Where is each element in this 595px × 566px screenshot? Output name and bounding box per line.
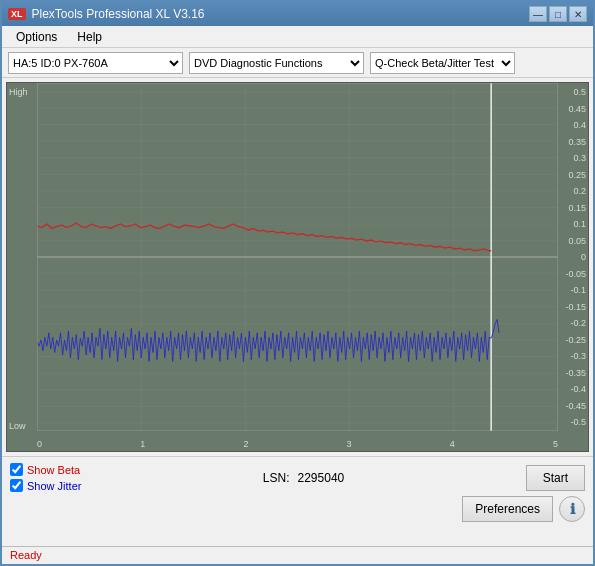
toolbar: HA:5 ID:0 PX-760A DVD Diagnostic Functio… — [2, 48, 593, 78]
preferences-button[interactable]: Preferences — [462, 496, 553, 522]
test-select[interactable]: Q-Check Beta/Jitter Test — [370, 52, 515, 74]
show-jitter-row: Show Jitter — [10, 479, 81, 492]
minimize-button[interactable]: — — [529, 6, 547, 22]
bottom-row2: Preferences ℹ — [10, 496, 585, 522]
main-window: XL PlexTools Professional XL V3.16 — □ ✕… — [0, 0, 595, 566]
menu-bar: Options Help — [2, 26, 593, 48]
app-logo: XL — [8, 8, 26, 20]
window-title: PlexTools Professional XL V3.16 — [32, 7, 205, 21]
bottom-row1: Show Beta Show Jitter LSN: 2295040 Start — [10, 463, 585, 492]
lsn-info: LSN: 2295040 — [263, 471, 344, 485]
x-axis-labels: 0 1 2 3 4 5 — [37, 439, 558, 449]
function-select[interactable]: DVD Diagnostic Functions — [189, 52, 364, 74]
close-button[interactable]: ✕ — [569, 6, 587, 22]
high-label: High — [9, 87, 28, 97]
chart-svg — [37, 83, 558, 431]
title-controls: — □ ✕ — [529, 6, 587, 22]
chart-area: High Low 0.5 0.45 0.4 0.35 0.3 0.25 0.2 … — [6, 82, 589, 452]
show-jitter-checkbox[interactable] — [10, 479, 23, 492]
info-button[interactable]: ℹ — [559, 496, 585, 522]
menu-help[interactable]: Help — [69, 28, 110, 46]
title-bar: XL PlexTools Professional XL V3.16 — □ ✕ — [2, 2, 593, 26]
menu-options[interactable]: Options — [8, 28, 65, 46]
chart-canvas — [37, 83, 558, 431]
low-label: Low — [9, 421, 26, 431]
title-bar-left: XL PlexTools Professional XL V3.16 — [8, 7, 205, 21]
maximize-button[interactable]: □ — [549, 6, 567, 22]
status-text: Ready — [10, 549, 42, 561]
show-beta-checkbox[interactable] — [10, 463, 23, 476]
bottom-panel: Show Beta Show Jitter LSN: 2295040 Start… — [2, 456, 593, 546]
lsn-value: 2295040 — [298, 471, 345, 485]
start-button[interactable]: Start — [526, 465, 585, 491]
y-axis-right: 0.5 0.45 0.4 0.35 0.3 0.25 0.2 0.15 0.1 … — [558, 83, 588, 431]
show-jitter-label: Show Jitter — [27, 480, 81, 492]
lsn-label: LSN: — [263, 471, 290, 485]
show-beta-row: Show Beta — [10, 463, 81, 476]
device-select[interactable]: HA:5 ID:0 PX-760A — [8, 52, 183, 74]
checkbox-group: Show Beta Show Jitter — [10, 463, 81, 492]
status-bar: Ready — [2, 546, 593, 564]
show-beta-label: Show Beta — [27, 464, 80, 476]
